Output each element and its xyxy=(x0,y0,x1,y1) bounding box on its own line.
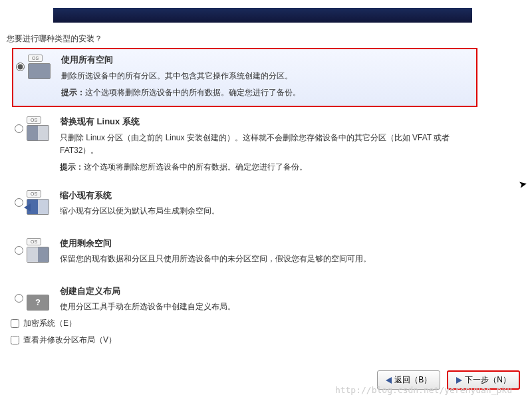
option-desc: 只删除 Linux 分区（由之前的 Linux 安装创建的）。这样就不会删除您存… xyxy=(60,132,475,157)
wizard-footer: 返回（B） 下一步（N） xyxy=(377,370,520,390)
disk-shrink-icon: OS xyxy=(27,190,60,215)
option-desc: 删除所选设备中的所有分区。其中包含其它操作系统创建的分区。 xyxy=(61,70,473,82)
back-button[interactable]: 返回（B） xyxy=(377,370,440,390)
option-tip: 提示：这个选项将删除您所选设备中的所有数据。确定您进行了备份。 xyxy=(60,161,475,174)
install-type-options: OS 使用所有空间 删除所选设备中的所有分区。其中包含其它操作系统创建的分区。 … xyxy=(12,48,477,328)
review-checkbox[interactable] xyxy=(11,336,19,344)
option-title: 创建自定义布局 xyxy=(60,285,475,299)
option-shrink[interactable]: OS 缩小现有系统 缩小现有分区以便为默认布局生成剩余空间。 xyxy=(12,185,477,229)
option-use-all-space-radio[interactable] xyxy=(16,63,25,71)
encrypt-checkbox-row[interactable]: 加密系统（E） xyxy=(11,318,116,329)
next-button-label: 下一步（N） xyxy=(465,374,511,386)
option-replace-linux[interactable]: OS 替换现有 Linux 系统 只删除 Linux 分区（由之前的 Linux… xyxy=(12,111,477,180)
page-title: 您要进行哪种类型的安装？ xyxy=(7,33,102,45)
cursor-icon: ➤ xyxy=(518,178,529,191)
disk-free-icon: OS xyxy=(27,238,60,263)
option-free-space[interactable]: OS 使用剩余空间 保留您的现有数据和分区且只使用所选设备中的未分区空间，假设您… xyxy=(12,233,477,277)
option-tip: 提示：这个选项将删除所选设备中的所有数据。确定您进行了备份。 xyxy=(61,86,473,99)
back-button-label: 返回（B） xyxy=(394,374,432,386)
arrow-left-icon xyxy=(386,377,392,384)
encrypt-checkbox[interactable] xyxy=(11,319,19,328)
option-use-all-space[interactable]: OS 使用所有空间 删除所选设备中的所有分区。其中包含其它操作系统创建的分区。 … xyxy=(12,48,477,107)
review-label: 查看并修改分区布局（V） xyxy=(23,334,116,346)
header-banner xyxy=(53,8,472,23)
option-title: 使用剩余空间 xyxy=(60,237,475,251)
review-checkbox-row[interactable]: 查看并修改分区布局（V） xyxy=(11,334,116,346)
encrypt-label: 加密系统（E） xyxy=(23,318,76,329)
option-free-space-radio[interactable] xyxy=(15,246,23,255)
disk-custom-icon: OS ? xyxy=(27,286,60,311)
option-desc: 使用分区工具手动在所选设备中创建自定义布局。 xyxy=(60,301,475,313)
option-shrink-radio[interactable] xyxy=(15,198,23,207)
option-title: 缩小现有系统 xyxy=(60,189,475,203)
disk-replace-icon: OS xyxy=(27,116,60,141)
option-replace-linux-radio[interactable] xyxy=(15,124,23,133)
extra-options: 加密系统（E） 查看并修改分区布局（V） xyxy=(11,318,116,351)
option-desc: 缩小现有分区以便为默认布局生成剩余空间。 xyxy=(60,205,475,217)
option-custom-radio[interactable] xyxy=(15,294,23,303)
option-title: 替换现有 Linux 系统 xyxy=(60,115,475,129)
disk-all-icon: OS xyxy=(28,55,61,79)
next-button[interactable]: 下一步（N） xyxy=(447,370,520,390)
arrow-right-icon xyxy=(456,377,462,384)
option-desc: 保留您的现有数据和分区且只使用所选设备中的未分区空间，假设您有足够的空间可用。 xyxy=(60,253,475,265)
option-title: 使用所有空间 xyxy=(61,53,473,67)
